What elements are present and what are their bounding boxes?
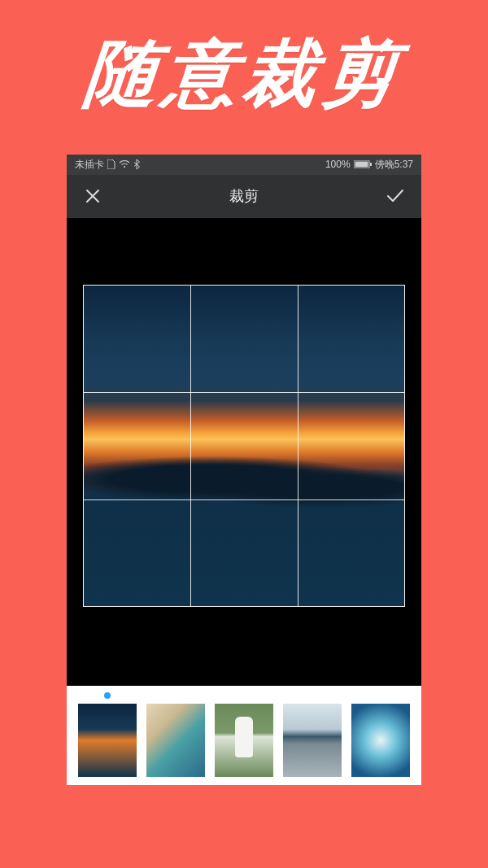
- grid-horizontal-1: [84, 392, 404, 393]
- thumbnail-item[interactable]: [78, 704, 137, 777]
- image-stage: [67, 218, 421, 686]
- crop-navbar: 裁剪: [67, 175, 421, 218]
- wifi-icon: [119, 160, 130, 168]
- battery-percent-text: 100%: [325, 159, 351, 170]
- sim-card-icon: [107, 159, 115, 169]
- crop-image: [84, 286, 404, 606]
- grid-vertical-2: [298, 286, 298, 606]
- thumbnail-strip: [67, 686, 421, 785]
- svg-rect-3: [370, 163, 372, 166]
- crop-grid[interactable]: [83, 285, 405, 607]
- thumbnail-item[interactable]: [283, 704, 342, 777]
- close-icon: [85, 188, 101, 204]
- thumbnail-item[interactable]: [351, 704, 410, 777]
- navbar-title: 裁剪: [229, 186, 259, 206]
- svg-rect-2: [355, 162, 368, 168]
- svg-point-0: [124, 166, 125, 168]
- status-bar: 未插卡 100% 傍晚5:37: [67, 155, 421, 175]
- clock-text: 傍晚5:37: [375, 158, 413, 172]
- thumbnail-item[interactable]: [146, 704, 205, 777]
- battery-icon: [354, 160, 372, 168]
- grid-vertical-1: [190, 286, 191, 606]
- thumbnail-item[interactable]: [215, 704, 273, 777]
- bluetooth-icon: [133, 159, 140, 169]
- sim-status-text: 未插卡: [75, 158, 104, 172]
- close-button[interactable]: [81, 185, 104, 207]
- grid-horizontal-2: [84, 499, 404, 500]
- check-icon: [386, 188, 405, 204]
- promo-headline: 随意裁剪: [81, 24, 408, 124]
- confirm-button[interactable]: [384, 185, 407, 207]
- phone-frame: 未插卡 100% 傍晚5:37 裁剪: [67, 155, 421, 785]
